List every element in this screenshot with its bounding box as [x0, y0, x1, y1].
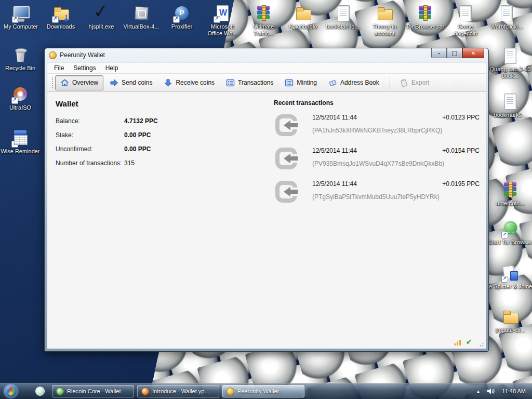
desktop-icon-tor-rar[interactable]: Tor Browser.rar	[405, 4, 445, 30]
desktop-icon-start-tor[interactable]: Start Tor Browser	[485, 220, 532, 246]
desktop-icon-label: Wise Reminder	[1, 148, 40, 155]
toolbar-address-book-button[interactable]: Address Book	[323, 75, 384, 90]
text-document-icon	[335, 4, 352, 22]
shortcut-arrow-icon	[11, 141, 18, 148]
shortcut-arrow-icon	[214, 16, 220, 23]
computer-icon	[12, 4, 30, 22]
desktop-icon-label: pngate-cli...	[485, 327, 532, 334]
list-icon	[285, 78, 294, 87]
show-hidden-icons-chevron[interactable]	[476, 389, 480, 394]
desktop-icon-pngate[interactable]: pngate-cli...	[485, 308, 532, 334]
connection-bars-icon	[454, 339, 461, 345]
notepad-document-icon	[498, 4, 515, 22]
desktop-icon-warofclicki[interactable]: Warofclicki...	[487, 4, 526, 30]
tx-count-value: 315	[124, 159, 135, 167]
overview-page: Wallet Balance: 4.7132 PPC Stake: 0.00 P…	[47, 92, 486, 349]
desktop-icon-recycle-bin[interactable]: Recycle Bin	[1, 46, 40, 72]
system-tray: 11:48 AM	[476, 388, 532, 395]
toolbar-drag-handle[interactable]	[51, 76, 54, 89]
peerunity-app-icon	[227, 388, 234, 395]
start-button[interactable]	[4, 384, 18, 398]
home-icon	[60, 78, 69, 87]
balance-value: 4.7132 PPC	[124, 117, 158, 125]
desktop-icon-label: Microsoft Office Wo...	[203, 23, 242, 37]
transaction-row[interactable]: 12/5/2014 11:44 (PA1hJn53kXRWkNGKBTseyz3…	[274, 113, 480, 138]
toolbar-minting-button[interactable]: Minting	[280, 75, 322, 90]
desktop-icon-label: backslah.io....	[324, 23, 363, 30]
desktop-icon-game-dogecoin[interactable]: Game dogecoin	[446, 4, 485, 37]
taskbar-button-peerunity[interactable]: Peerunity Wallet	[222, 385, 304, 397]
riecoin-app-icon	[56, 388, 64, 395]
desktop-icon-ultimate-traffic[interactable]: Ultimate Traffic...	[244, 4, 283, 37]
desktop-icon-ultraiso[interactable]: UltraISO	[1, 85, 40, 111]
close-button[interactable]	[462, 48, 484, 58]
taskbar: Riecoin Core - Wallet Introduce - Wallet…	[0, 383, 532, 399]
desktop-icon-label: Quang cao 9-10 book...	[485, 66, 532, 79]
toolbar-send-coins-button[interactable]: Send coins	[104, 75, 157, 90]
list-icon	[226, 78, 235, 87]
desktop-icon-quang-cao[interactable]: Quang cao 9-10 book...	[485, 47, 532, 79]
speaker-icon[interactable]	[487, 388, 495, 395]
desktop-icon-backslah[interactable]: backslah.io....	[324, 4, 363, 30]
quick-launch-icon[interactable]	[35, 387, 45, 396]
transaction-address: (PA1hJn53kXRWkNGKBTseyz38LRbprCjRKQ)	[312, 127, 480, 134]
wallet-heading: Wallet	[56, 99, 253, 108]
shortcut-arrow-icon	[52, 16, 59, 23]
desktop-icon-hjsplit[interactable]: hjsplit.exe	[82, 4, 121, 30]
stake-value: 0.00 PPC	[124, 131, 151, 139]
menu-file[interactable]: File	[49, 63, 69, 73]
folder-icon: ↓	[52, 4, 70, 22]
desktop-icon-label: Start Tor Browser	[485, 239, 532, 246]
address-book-icon	[328, 78, 337, 87]
globe-icon	[501, 220, 519, 237]
tx-count-row: Number of transactions: 315	[56, 159, 253, 167]
taskbar-button-firefox[interactable]: Introduce - Wallet.yp...	[137, 385, 219, 397]
desktop-icon-kolotibablo[interactable]: Kolotibablo	[283, 4, 323, 30]
menu-settings[interactable]: Settings	[69, 63, 100, 73]
desktop-icon-ms-office[interactable]: Microsoft Office Wo...	[203, 4, 242, 37]
taskbar-button-riecoin[interactable]: Riecoin Core - Wallet	[52, 385, 134, 397]
transaction-row[interactable]: 12/5/2014 11:44 (PV935BmsqJo1WSvuD4qX77s…	[274, 146, 480, 171]
toolbar-overview-button[interactable]: Overview	[55, 75, 103, 90]
desktop-icon-label: VirtualBox-4...	[122, 23, 161, 30]
window-titlebar[interactable]: Peerunity Wallet	[45, 48, 488, 62]
desktop-icon-downloads[interactable]: ↓ Downloads	[41, 4, 81, 30]
shortcut-arrow-icon	[12, 16, 19, 23]
send-arrow-icon	[110, 78, 118, 87]
desktop-icon-virtualbox[interactable]: VirtualBox-4...	[122, 4, 161, 30]
menu-help[interactable]: Help	[101, 63, 123, 73]
received-transaction-icon	[274, 113, 299, 138]
desktop-icon-label: Recycle Bin	[1, 65, 40, 72]
menu-bar: File Settings Help	[47, 62, 486, 74]
desktop-icon-my-computer[interactable]: My Computer	[1, 4, 41, 30]
resize-grip[interactable]	[478, 341, 484, 347]
desktop-icon-proxifier[interactable]: Proxifier	[162, 4, 202, 30]
maximize-button[interactable]	[447, 48, 462, 58]
toolbar-receive-coins-button[interactable]: Receive coins	[158, 75, 220, 90]
minimize-button[interactable]	[431, 48, 447, 58]
desktop-icon-label: My Computer	[1, 23, 41, 30]
taskbar-clock[interactable]: 11:48 AM	[502, 388, 526, 394]
toolbar-export-button[interactable]: Export	[394, 75, 435, 90]
text-document-icon	[501, 47, 519, 64]
toolbar-transactions-button[interactable]: Transactions	[221, 75, 278, 90]
synced-check-icon	[466, 338, 472, 345]
received-transaction-icon	[274, 146, 299, 171]
desktop-icon-bookmarks[interactable]: bookmarks...	[485, 92, 532, 118]
transaction-row[interactable]: 12/5/2014 11:44 (PTgSyiBaP5tTkvmMubd5Uuu…	[274, 179, 480, 204]
desktop-icon-untercoin[interactable]: untercoin...	[485, 181, 532, 207]
desktop-icon-thong-tin[interactable]: Thong tin account	[365, 4, 404, 37]
toolbar-separator	[390, 76, 390, 89]
shortcut-arrow-icon	[501, 276, 508, 283]
desktop-icon-file-splitter[interactable]: ile Splitter & Joiner	[485, 264, 532, 290]
wallet-panel: Wallet Balance: 4.7132 PPC Stake: 0.00 P…	[56, 99, 253, 174]
received-transaction-icon	[274, 179, 299, 204]
desktop-icon-wise-reminder[interactable]: Wise Reminder	[1, 129, 40, 155]
transaction-amount: +0.0154 PPC	[442, 147, 480, 154]
recent-transactions-panel: Recent transactions 12/5/2014 11:44 (PA1…	[274, 99, 480, 212]
unconfirmed-row: Unconfirmed: 0.00 PPC	[56, 145, 253, 153]
cd-disc-icon	[11, 85, 29, 103]
desktop-icon-label: hjsplit.exe	[82, 23, 121, 30]
winrar-archive-icon	[501, 181, 519, 198]
folder-icon	[376, 4, 393, 22]
